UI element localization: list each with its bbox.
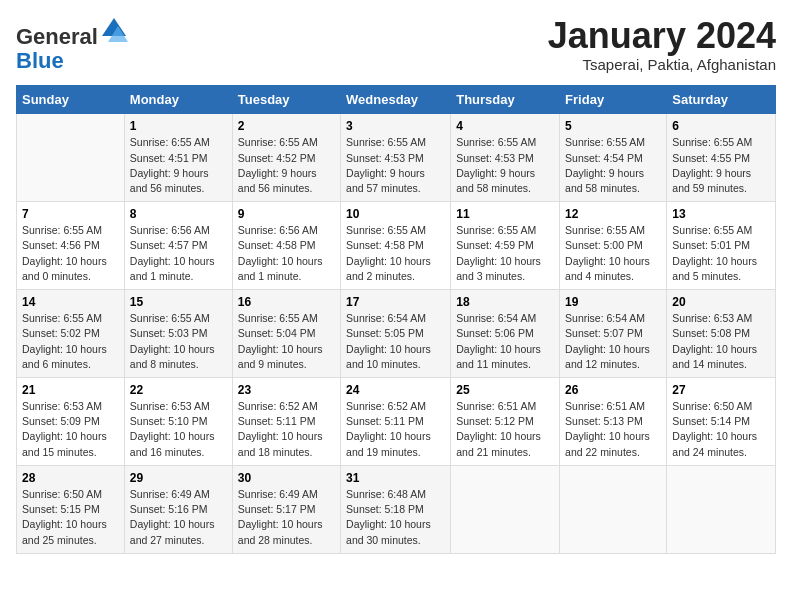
calendar-cell: 30Sunrise: 6:49 AMSunset: 5:17 PMDayligh… xyxy=(232,465,340,553)
calendar-cell: 8Sunrise: 6:56 AMSunset: 4:57 PMDaylight… xyxy=(124,202,232,290)
day-detail: Sunrise: 6:55 AMSunset: 5:01 PMDaylight:… xyxy=(672,223,770,284)
logo-blue-text: Blue xyxy=(16,48,64,73)
day-detail: Sunrise: 6:50 AMSunset: 5:14 PMDaylight:… xyxy=(672,399,770,460)
day-number: 15 xyxy=(130,295,227,309)
day-detail: Sunrise: 6:55 AMSunset: 4:53 PMDaylight:… xyxy=(456,135,554,196)
day-detail: Sunrise: 6:55 AMSunset: 4:56 PMDaylight:… xyxy=(22,223,119,284)
calendar-header-row: SundayMondayTuesdayWednesdayThursdayFrid… xyxy=(17,86,776,114)
day-number: 19 xyxy=(565,295,661,309)
day-detail: Sunrise: 6:51 AMSunset: 5:12 PMDaylight:… xyxy=(456,399,554,460)
calendar-cell: 20Sunrise: 6:53 AMSunset: 5:08 PMDayligh… xyxy=(667,290,776,378)
day-detail: Sunrise: 6:56 AMSunset: 4:57 PMDaylight:… xyxy=(130,223,227,284)
col-header-wednesday: Wednesday xyxy=(341,86,451,114)
day-number: 5 xyxy=(565,119,661,133)
calendar-cell: 31Sunrise: 6:48 AMSunset: 5:18 PMDayligh… xyxy=(341,465,451,553)
day-detail: Sunrise: 6:50 AMSunset: 5:15 PMDaylight:… xyxy=(22,487,119,548)
month-title: January 2024 xyxy=(548,16,776,56)
page-header: General Blue January 2024 Tsaperai, Pakt… xyxy=(16,16,776,73)
day-number: 8 xyxy=(130,207,227,221)
day-detail: Sunrise: 6:53 AMSunset: 5:08 PMDaylight:… xyxy=(672,311,770,372)
calendar-cell: 6Sunrise: 6:55 AMSunset: 4:55 PMDaylight… xyxy=(667,114,776,202)
title-block: January 2024 Tsaperai, Paktia, Afghanist… xyxy=(548,16,776,73)
logo-icon xyxy=(100,16,128,44)
day-number: 16 xyxy=(238,295,335,309)
calendar-cell: 17Sunrise: 6:54 AMSunset: 5:05 PMDayligh… xyxy=(341,290,451,378)
day-number: 1 xyxy=(130,119,227,133)
calendar-cell: 26Sunrise: 6:51 AMSunset: 5:13 PMDayligh… xyxy=(560,378,667,466)
day-number: 9 xyxy=(238,207,335,221)
day-number: 7 xyxy=(22,207,119,221)
day-detail: Sunrise: 6:48 AMSunset: 5:18 PMDaylight:… xyxy=(346,487,445,548)
calendar-cell xyxy=(560,465,667,553)
day-number: 2 xyxy=(238,119,335,133)
day-number: 29 xyxy=(130,471,227,485)
day-detail: Sunrise: 6:52 AMSunset: 5:11 PMDaylight:… xyxy=(346,399,445,460)
day-number: 22 xyxy=(130,383,227,397)
col-header-saturday: Saturday xyxy=(667,86,776,114)
calendar-cell xyxy=(667,465,776,553)
calendar-cell xyxy=(451,465,560,553)
day-number: 27 xyxy=(672,383,770,397)
calendar-cell xyxy=(17,114,125,202)
calendar-cell: 24Sunrise: 6:52 AMSunset: 5:11 PMDayligh… xyxy=(341,378,451,466)
location-subtitle: Tsaperai, Paktia, Afghanistan xyxy=(548,56,776,73)
day-detail: Sunrise: 6:54 AMSunset: 5:06 PMDaylight:… xyxy=(456,311,554,372)
calendar-week-row: 14Sunrise: 6:55 AMSunset: 5:02 PMDayligh… xyxy=(17,290,776,378)
day-detail: Sunrise: 6:53 AMSunset: 5:10 PMDaylight:… xyxy=(130,399,227,460)
day-number: 13 xyxy=(672,207,770,221)
col-header-monday: Monday xyxy=(124,86,232,114)
calendar-cell: 22Sunrise: 6:53 AMSunset: 5:10 PMDayligh… xyxy=(124,378,232,466)
day-detail: Sunrise: 6:54 AMSunset: 5:07 PMDaylight:… xyxy=(565,311,661,372)
day-detail: Sunrise: 6:55 AMSunset: 5:00 PMDaylight:… xyxy=(565,223,661,284)
day-detail: Sunrise: 6:55 AMSunset: 4:51 PMDaylight:… xyxy=(130,135,227,196)
calendar-week-row: 7Sunrise: 6:55 AMSunset: 4:56 PMDaylight… xyxy=(17,202,776,290)
calendar-cell: 3Sunrise: 6:55 AMSunset: 4:53 PMDaylight… xyxy=(341,114,451,202)
day-detail: Sunrise: 6:55 AMSunset: 4:55 PMDaylight:… xyxy=(672,135,770,196)
day-detail: Sunrise: 6:51 AMSunset: 5:13 PMDaylight:… xyxy=(565,399,661,460)
calendar-cell: 2Sunrise: 6:55 AMSunset: 4:52 PMDaylight… xyxy=(232,114,340,202)
calendar-cell: 1Sunrise: 6:55 AMSunset: 4:51 PMDaylight… xyxy=(124,114,232,202)
day-number: 21 xyxy=(22,383,119,397)
calendar-cell: 29Sunrise: 6:49 AMSunset: 5:16 PMDayligh… xyxy=(124,465,232,553)
day-number: 28 xyxy=(22,471,119,485)
day-detail: Sunrise: 6:55 AMSunset: 5:04 PMDaylight:… xyxy=(238,311,335,372)
calendar-cell: 21Sunrise: 6:53 AMSunset: 5:09 PMDayligh… xyxy=(17,378,125,466)
calendar-cell: 18Sunrise: 6:54 AMSunset: 5:06 PMDayligh… xyxy=(451,290,560,378)
day-detail: Sunrise: 6:55 AMSunset: 5:03 PMDaylight:… xyxy=(130,311,227,372)
day-detail: Sunrise: 6:55 AMSunset: 5:02 PMDaylight:… xyxy=(22,311,119,372)
calendar-week-row: 28Sunrise: 6:50 AMSunset: 5:15 PMDayligh… xyxy=(17,465,776,553)
calendar-cell: 19Sunrise: 6:54 AMSunset: 5:07 PMDayligh… xyxy=(560,290,667,378)
calendar-cell: 23Sunrise: 6:52 AMSunset: 5:11 PMDayligh… xyxy=(232,378,340,466)
day-number: 26 xyxy=(565,383,661,397)
day-detail: Sunrise: 6:55 AMSunset: 4:53 PMDaylight:… xyxy=(346,135,445,196)
calendar-cell: 5Sunrise: 6:55 AMSunset: 4:54 PMDaylight… xyxy=(560,114,667,202)
day-number: 10 xyxy=(346,207,445,221)
day-number: 24 xyxy=(346,383,445,397)
day-detail: Sunrise: 6:56 AMSunset: 4:58 PMDaylight:… xyxy=(238,223,335,284)
col-header-thursday: Thursday xyxy=(451,86,560,114)
calendar-week-row: 1Sunrise: 6:55 AMSunset: 4:51 PMDaylight… xyxy=(17,114,776,202)
day-number: 25 xyxy=(456,383,554,397)
day-detail: Sunrise: 6:49 AMSunset: 5:17 PMDaylight:… xyxy=(238,487,335,548)
day-detail: Sunrise: 6:55 AMSunset: 4:54 PMDaylight:… xyxy=(565,135,661,196)
day-number: 17 xyxy=(346,295,445,309)
day-number: 11 xyxy=(456,207,554,221)
calendar-cell: 25Sunrise: 6:51 AMSunset: 5:12 PMDayligh… xyxy=(451,378,560,466)
calendar-cell: 27Sunrise: 6:50 AMSunset: 5:14 PMDayligh… xyxy=(667,378,776,466)
calendar-cell: 14Sunrise: 6:55 AMSunset: 5:02 PMDayligh… xyxy=(17,290,125,378)
day-number: 23 xyxy=(238,383,335,397)
calendar-week-row: 21Sunrise: 6:53 AMSunset: 5:09 PMDayligh… xyxy=(17,378,776,466)
calendar-table: SundayMondayTuesdayWednesdayThursdayFrid… xyxy=(16,85,776,553)
day-number: 4 xyxy=(456,119,554,133)
calendar-cell: 16Sunrise: 6:55 AMSunset: 5:04 PMDayligh… xyxy=(232,290,340,378)
calendar-cell: 4Sunrise: 6:55 AMSunset: 4:53 PMDaylight… xyxy=(451,114,560,202)
logo-general-text: General xyxy=(16,24,98,49)
col-header-tuesday: Tuesday xyxy=(232,86,340,114)
day-number: 18 xyxy=(456,295,554,309)
calendar-cell: 28Sunrise: 6:50 AMSunset: 5:15 PMDayligh… xyxy=(17,465,125,553)
day-number: 3 xyxy=(346,119,445,133)
day-detail: Sunrise: 6:55 AMSunset: 4:58 PMDaylight:… xyxy=(346,223,445,284)
day-number: 30 xyxy=(238,471,335,485)
calendar-cell: 7Sunrise: 6:55 AMSunset: 4:56 PMDaylight… xyxy=(17,202,125,290)
calendar-cell: 13Sunrise: 6:55 AMSunset: 5:01 PMDayligh… xyxy=(667,202,776,290)
